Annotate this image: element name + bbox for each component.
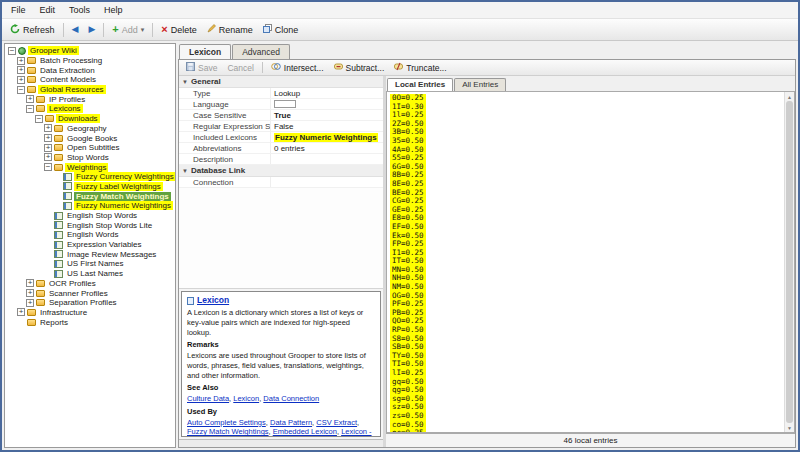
forward-button[interactable]: ▶ (83, 23, 100, 36)
tree-item-scanner-profiles[interactable]: +Scanner Profiles (5, 288, 175, 298)
menu-tools[interactable]: Tools (62, 3, 97, 17)
tree-item-downloads[interactable]: −Downloads (5, 114, 175, 124)
tree-item-infrastructure[interactable]: +Infrastructure (5, 308, 175, 318)
scrollbar-thumb[interactable] (786, 101, 793, 423)
collapse-icon[interactable]: − (17, 86, 25, 94)
lexicon-entry[interactable]: oc=0.25 (390, 429, 426, 432)
link-data-connection[interactable]: Data Connection (263, 394, 319, 403)
expand-icon[interactable]: + (44, 124, 52, 132)
collapse-triangle-icon[interactable]: ▼ (182, 168, 188, 174)
menu-help[interactable]: Help (97, 3, 130, 17)
tree-item-global-resources[interactable]: −Global Resources (5, 85, 175, 95)
expand-icon[interactable]: + (26, 299, 34, 307)
expand-icon[interactable]: + (44, 134, 52, 142)
property-category-general[interactable]: ▼General (179, 76, 383, 88)
tree-item-fuzzy-currency-weightings[interactable]: Fuzzy Currency Weightings (5, 172, 175, 182)
tree-item-stop-words[interactable]: +Stop Words (5, 153, 175, 163)
tree-item-image-review-messages[interactable]: Image Review Messages (5, 249, 175, 259)
property-row-connection[interactable]: Connection (179, 177, 383, 188)
help-title-link[interactable]: Lexicon (197, 295, 229, 306)
tree-item-fuzzy-match-weightings[interactable]: Fuzzy Match Weightings (5, 191, 175, 201)
tree-item-open-subtitles[interactable]: +Open Subtitles (5, 143, 175, 153)
tree-item-separation-profiles[interactable]: +Separation Profiles (5, 298, 175, 308)
property-row-description[interactable]: Description (179, 154, 383, 165)
tree-item-lexicons[interactable]: −Lexicons (5, 104, 175, 114)
property-row-regular-expression-syntax[interactable]: Regular Expression SyntaxFalse (179, 121, 383, 132)
menu-edit[interactable]: Edit (33, 3, 63, 17)
expand-icon[interactable]: + (17, 308, 25, 316)
intersect-button[interactable]: Intersect... (266, 61, 329, 74)
tree-item-expression-variables[interactable]: Expression Variables (5, 240, 175, 250)
collapse-icon[interactable]: − (8, 47, 16, 55)
property-value[interactable]: True (271, 111, 383, 120)
expand-icon[interactable]: + (26, 95, 34, 103)
link-embedded-lexicon[interactable]: Embedded Lexicon (273, 427, 337, 436)
tab-lexicon[interactable]: Lexicon (179, 44, 231, 59)
link-data-pattern[interactable]: Data Pattern (270, 418, 312, 427)
property-value[interactable] (271, 100, 383, 108)
refresh-button[interactable]: Refresh (5, 22, 60, 38)
link-csv-extract[interactable]: CSV Extract (316, 418, 357, 427)
link-culture-data[interactable]: Culture Data (187, 394, 229, 403)
tree-item-us-last-names[interactable]: US Last Names (5, 269, 175, 279)
add-button[interactable]: + Add ▾ (107, 22, 149, 37)
tree-item-grooper-wiki[interactable]: −Grooper Wiki (5, 46, 175, 56)
tab-advanced[interactable]: Advanced (232, 44, 290, 59)
expand-icon[interactable]: + (44, 153, 52, 161)
value-editor-box[interactable] (274, 100, 296, 108)
tree-item-english-stop-words[interactable]: English Stop Words (5, 211, 175, 221)
tab-local-entries[interactable]: Local Entries (387, 78, 453, 91)
expand-icon[interactable]: + (17, 76, 25, 84)
delete-button[interactable]: × Delete (156, 22, 201, 37)
property-row-language[interactable]: Language (179, 99, 383, 110)
property-value[interactable]: False (271, 122, 383, 131)
expand-icon[interactable]: + (17, 57, 25, 65)
intersect-label: Intersect... (284, 63, 324, 73)
scroll-up-icon[interactable]: ▲ (785, 92, 794, 101)
scroll-down-icon[interactable]: ▼ (785, 423, 794, 432)
tab-all-entries[interactable]: All Entries (454, 78, 506, 91)
collapse-triangle-icon[interactable]: ▼ (182, 79, 188, 85)
tree-item-batch-processing[interactable]: +Batch Processing (5, 56, 175, 66)
tree-item-content-models[interactable]: +Content Models (5, 75, 175, 85)
link-fuzzy-match-weightings[interactable]: Fuzzy Match Weightings (187, 427, 269, 436)
tree-item-data-extraction[interactable]: +Data Extraction (5, 65, 175, 75)
property-row-abbreviations[interactable]: Abbreviations0 entries (179, 143, 383, 154)
tree-item-fuzzy-numeric-weightings[interactable]: Fuzzy Numeric Weightings (5, 201, 175, 211)
back-button[interactable]: ◀ (67, 23, 84, 36)
property-row-type[interactable]: TypeLookup (179, 88, 383, 99)
collapse-icon[interactable]: − (35, 115, 43, 123)
tree-item-google-books[interactable]: +Google Books (5, 133, 175, 143)
cancel-button[interactable]: Cancel (222, 62, 258, 74)
property-row-case-sensitive[interactable]: Case SensitiveTrue (179, 110, 383, 121)
property-row-included-lexicons[interactable]: Included LexiconsFuzzy Numeric Weighting… (179, 132, 383, 143)
tree-item-english-stop-words-lite[interactable]: English Stop Words Lite (5, 220, 175, 230)
property-category-database-link[interactable]: ▼Database Link (179, 165, 383, 177)
tree-item-us-first-names[interactable]: US First Names (5, 259, 175, 269)
link-lexicon[interactable]: Lexicon (233, 394, 259, 403)
expand-icon[interactable]: + (44, 144, 52, 152)
tree-item-geography[interactable]: +Geography (5, 124, 175, 134)
tree-item-english-words[interactable]: English Words (5, 230, 175, 240)
link-auto-complete-settings[interactable]: Auto Complete Settings (187, 418, 266, 427)
entries-scrollbar[interactable]: ▲ ▼ (784, 92, 794, 432)
collapse-icon[interactable]: − (26, 105, 34, 113)
property-value[interactable]: Fuzzy Numeric Weightings (271, 133, 383, 142)
expand-icon[interactable]: + (26, 289, 34, 297)
property-value[interactable]: Lookup (271, 89, 383, 98)
subtract-button[interactable]: Subtract... (329, 61, 390, 74)
tree-item-weightings[interactable]: −Weightings (5, 162, 175, 172)
tree-item-reports[interactable]: Reports (5, 317, 175, 327)
property-value[interactable]: 0 entries (271, 144, 383, 153)
tree-item-fuzzy-label-weightings[interactable]: Fuzzy Label Weightings (5, 182, 175, 192)
expand-icon[interactable]: + (26, 279, 34, 287)
tree-item-ip-profiles[interactable]: +IP Profiles (5, 94, 175, 104)
expand-icon[interactable]: + (17, 66, 25, 74)
menu-file[interactable]: File (4, 3, 33, 17)
collapse-icon[interactable]: − (44, 163, 52, 171)
tree-item-ocr-profiles[interactable]: +OCR Profiles (5, 279, 175, 289)
rename-button[interactable]: Rename (202, 22, 258, 37)
truncate-button[interactable]: Truncate... (389, 61, 451, 74)
save-button[interactable]: Save (181, 61, 222, 74)
clone-button[interactable]: Clone (258, 22, 304, 37)
